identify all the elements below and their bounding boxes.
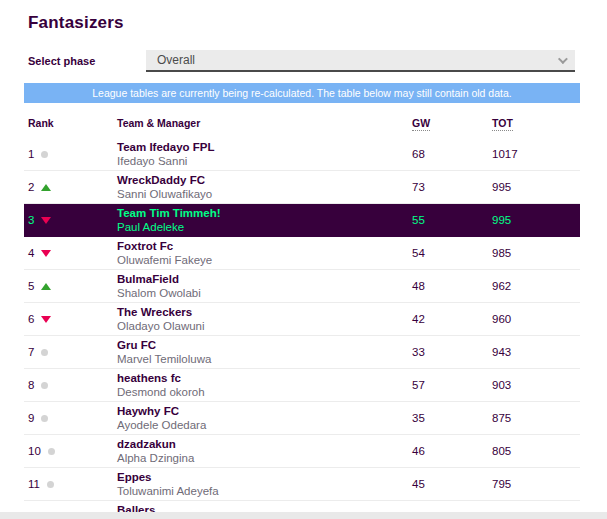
tot-value: 903 bbox=[492, 379, 580, 391]
manager-name: Sanni Oluwafikayo bbox=[117, 187, 412, 201]
team-name: Eppes bbox=[117, 470, 412, 484]
manager-name: Oluwafemi Fakeye bbox=[117, 253, 412, 267]
phase-select-value: Overall bbox=[157, 53, 195, 67]
team-name: Haywhy FC bbox=[117, 404, 412, 418]
table-row[interactable]: 9 Haywhy FC Ayodele Odedara 35 875 bbox=[24, 402, 580, 435]
tot-value: 795 bbox=[492, 478, 580, 490]
movement-up-icon bbox=[41, 283, 51, 290]
gw-value: 48 bbox=[412, 280, 492, 292]
rank-value: 5 bbox=[28, 280, 34, 292]
recalculation-banner: League tables are currently being re-cal… bbox=[24, 83, 580, 103]
tot-value: 995 bbox=[492, 181, 580, 193]
rank-value: 3 bbox=[28, 214, 34, 226]
tot-value: 943 bbox=[492, 346, 580, 358]
manager-name: Paul Adeleke bbox=[117, 220, 412, 234]
rank-value: 1 bbox=[28, 148, 34, 160]
rank-value: 6 bbox=[28, 313, 34, 325]
manager-name: Shalom Owolabi bbox=[117, 286, 412, 300]
team-name: Team Tim Timmeh! bbox=[117, 206, 412, 220]
gw-value: 55 bbox=[412, 214, 492, 226]
gw-value: 42 bbox=[412, 313, 492, 325]
header-rank: Rank bbox=[24, 117, 117, 129]
page-title: Fantasizers bbox=[28, 13, 580, 33]
gw-value: 35 bbox=[412, 412, 492, 424]
movement-down-icon bbox=[41, 217, 51, 224]
table-row[interactable]: 4 Foxtrot Fc Oluwafemi Fakeye 54 985 bbox=[24, 237, 580, 270]
standings-table: Rank Team & Manager GW TOT 1 Team Ifeday… bbox=[24, 112, 580, 519]
movement-same-icon bbox=[47, 481, 54, 488]
team-name: WreckDaddy FC bbox=[117, 173, 412, 187]
table-row[interactable]: 2 WreckDaddy FC Sanni Oluwafikayo 73 995 bbox=[24, 171, 580, 204]
table-row[interactable]: 3 Team Tim Timmeh! Paul Adeleke 55 995 bbox=[24, 204, 580, 237]
table-row[interactable]: 8 heathens fc Desmond okoroh 57 903 bbox=[24, 369, 580, 402]
table-header-row: Rank Team & Manager GW TOT bbox=[24, 112, 580, 138]
tot-value: 1017 bbox=[492, 148, 580, 160]
team-name: dzadzakun bbox=[117, 437, 412, 451]
phase-select[interactable]: Overall bbox=[146, 50, 575, 72]
chevron-down-icon bbox=[558, 54, 568, 64]
rank-value: 11 bbox=[28, 478, 40, 490]
header-team-manager: Team & Manager bbox=[117, 117, 412, 129]
tot-value: 875 bbox=[492, 412, 580, 424]
gw-value: 45 bbox=[412, 478, 492, 490]
header-gw: GW bbox=[412, 117, 430, 131]
table-row[interactable]: 5 BulmaField Shalom Owolabi 48 962 bbox=[24, 270, 580, 303]
movement-same-icon bbox=[41, 151, 48, 158]
table-row[interactable]: 1 Team Ifedayo FPL Ifedayo Sanni 68 1017 bbox=[24, 138, 580, 171]
rank-value: 9 bbox=[28, 412, 34, 424]
rank-value: 7 bbox=[28, 346, 34, 358]
table-row[interactable]: 11 Eppes Toluwanimi Adeyefa 45 795 bbox=[24, 468, 580, 501]
table-body: 1 Team Ifedayo FPL Ifedayo Sanni 68 1017… bbox=[24, 138, 580, 519]
tot-value: 805 bbox=[492, 445, 580, 457]
phase-select-label: Select phase bbox=[28, 55, 146, 67]
manager-name: Marvel Temiloluwa bbox=[117, 352, 412, 366]
manager-name: Alpha Dzingina bbox=[117, 451, 412, 465]
phase-selector-row: Select phase Overall bbox=[28, 50, 575, 72]
gw-value: 54 bbox=[412, 247, 492, 259]
team-name: Foxtrot Fc bbox=[117, 239, 412, 253]
manager-name: Ifedayo Sanni bbox=[117, 154, 412, 168]
movement-down-icon bbox=[41, 250, 51, 257]
rank-value: 4 bbox=[28, 247, 34, 259]
rank-value: 10 bbox=[28, 445, 41, 457]
page-bottom-strip bbox=[0, 512, 607, 519]
rank-value: 8 bbox=[28, 379, 34, 391]
manager-name: Desmond okoroh bbox=[117, 385, 412, 399]
rank-value: 2 bbox=[28, 181, 34, 193]
movement-up-icon bbox=[41, 184, 51, 191]
gw-value: 57 bbox=[412, 379, 492, 391]
movement-same-icon bbox=[48, 448, 55, 455]
movement-same-icon bbox=[41, 382, 48, 389]
table-row[interactable]: 6 The Wreckers Oladayo Olawuni 42 960 bbox=[24, 303, 580, 336]
gw-value: 46 bbox=[412, 445, 492, 457]
gw-value: 73 bbox=[412, 181, 492, 193]
header-tot: TOT bbox=[492, 117, 513, 131]
team-name: Gru FC bbox=[117, 338, 412, 352]
tot-value: 962 bbox=[492, 280, 580, 292]
gw-value: 33 bbox=[412, 346, 492, 358]
tot-value: 985 bbox=[492, 247, 580, 259]
movement-down-icon bbox=[41, 316, 51, 323]
manager-name: Toluwanimi Adeyefa bbox=[117, 484, 412, 498]
movement-same-icon bbox=[41, 415, 48, 422]
manager-name: Oladayo Olawuni bbox=[117, 319, 412, 333]
team-name: heathens fc bbox=[117, 371, 412, 385]
team-name: The Wreckers bbox=[117, 305, 412, 319]
table-row[interactable]: 10 dzadzakun Alpha Dzingina 46 805 bbox=[24, 435, 580, 468]
league-standings-page: Fantasizers Select phase Overall League … bbox=[0, 13, 607, 519]
tot-value: 960 bbox=[492, 313, 580, 325]
gw-value: 68 bbox=[412, 148, 492, 160]
movement-same-icon bbox=[41, 349, 48, 356]
team-name: BulmaField bbox=[117, 272, 412, 286]
team-name: Team Ifedayo FPL bbox=[117, 140, 412, 154]
tot-value: 995 bbox=[492, 214, 580, 226]
manager-name: Ayodele Odedara bbox=[117, 418, 412, 432]
table-row[interactable]: 7 Gru FC Marvel Temiloluwa 33 943 bbox=[24, 336, 580, 369]
